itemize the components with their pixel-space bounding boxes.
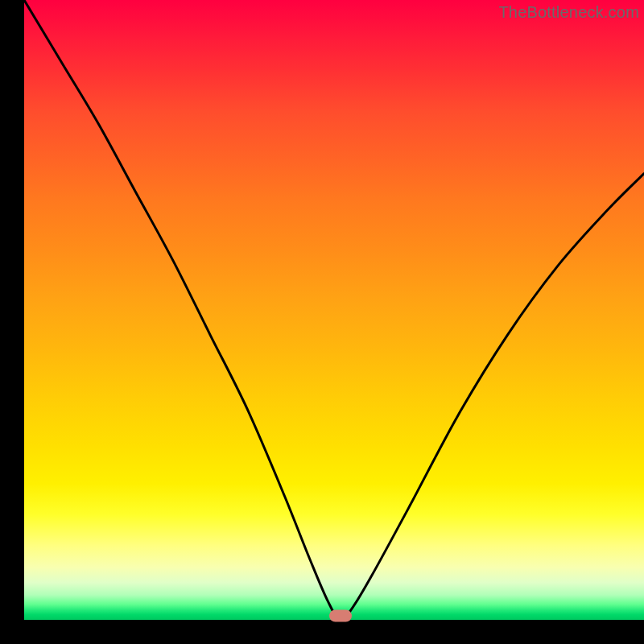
chart-frame: TheBottleneck.com	[0, 0, 644, 644]
watermark-text: TheBottleneck.com	[498, 3, 639, 22]
optimal-point-marker	[329, 610, 352, 622]
bottleneck-curve	[24, 0, 644, 620]
plot-area: TheBottleneck.com	[24, 0, 644, 620]
